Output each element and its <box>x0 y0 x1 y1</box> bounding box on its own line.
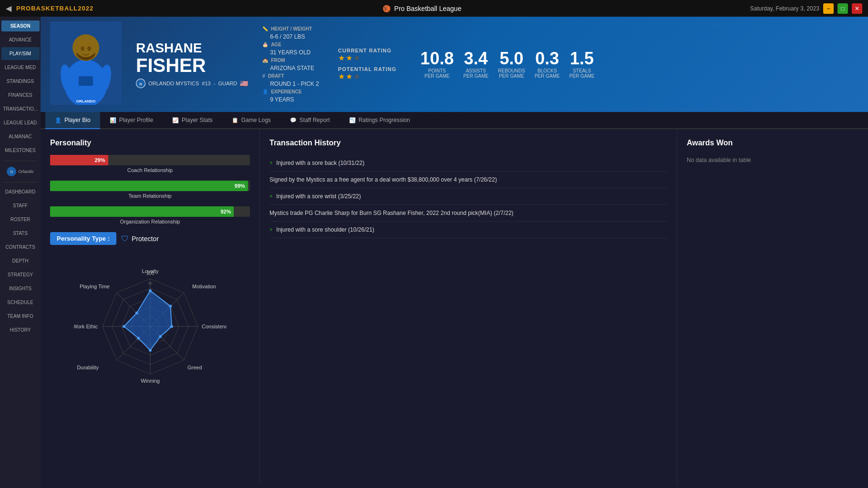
sidebar-label-roster: ROSTER <box>10 217 31 222</box>
potential-rating-stars: ★ ★ ★ <box>338 72 397 81</box>
sidebar-item-schedule[interactable]: SCHEDULE <box>1 296 40 309</box>
player-flag: 🇺🇸 <box>240 80 248 87</box>
height-weight-row: 📏 HEIGHT / WEIGHT <box>262 26 319 31</box>
sidebar-team-label: Orlando <box>18 169 33 174</box>
svg-text:Loyalty: Loyalty <box>142 268 158 274</box>
player-number: #13 <box>202 81 210 86</box>
personality-panel: Personality 29% Coach Relationship 99% T… <box>41 129 260 485</box>
main-content: ORLANDO RASHANE FISHER O ORLANDO MYSTICS… <box>41 17 868 488</box>
sidebar: SEASON ADVANCE PLAY/SIM LEAGUE MED STAND… <box>0 17 41 488</box>
season-button[interactable]: SEASON <box>1 20 40 31</box>
coach-relationship-section: 29% Coach Relationship <box>50 155 250 173</box>
player-first-name: RASHANE <box>136 41 248 56</box>
transaction-plus-4: + <box>269 226 273 233</box>
sidebar-item-milestones[interactable]: MILESTONES <box>1 144 40 157</box>
exp-value: 9 YEARS <box>270 96 294 103</box>
transaction-history-title: Transaction History <box>269 139 667 147</box>
svg-point-31 <box>170 325 173 328</box>
sidebar-item-insights[interactable]: INSIGHTS <box>1 282 40 295</box>
transaction-plus-2: + <box>269 193 273 200</box>
svg-point-33 <box>149 349 152 352</box>
close-button[interactable]: ✕ <box>852 3 862 14</box>
game-logs-icon: 📋 <box>232 117 238 123</box>
svg-text:Greed: Greed <box>187 365 202 370</box>
current-rating-label: CURRENT RATING <box>338 48 397 53</box>
tab-player-profile[interactable]: 📊 Player Profile <box>100 112 163 129</box>
sidebar-item-league-lead[interactable]: LEAGUE LEAD <box>1 116 40 129</box>
tab-game-logs[interactable]: 📋 Game Logs <box>222 112 280 129</box>
maximize-button[interactable]: □ <box>837 3 848 14</box>
app-title: Pro Basketball League <box>394 5 462 12</box>
svg-point-35 <box>123 325 125 328</box>
transaction-text-2: Injured with a sore wrist (3/25/22) <box>276 193 361 200</box>
sidebar-item-stats[interactable]: STATS <box>1 227 40 240</box>
staff-report-icon: 💬 <box>290 117 297 123</box>
tab-player-stats[interactable]: 📈 Player Stats <box>163 112 222 129</box>
sidebar-item-league-med[interactable]: LEAGUE MED <box>1 61 40 74</box>
tab-player-bio[interactable]: 👤 Player Bio <box>45 112 100 129</box>
sidebar-item-advance[interactable]: ADVANCE <box>1 33 40 46</box>
back-icon[interactable]: ◀ <box>6 4 11 13</box>
sidebar-item-playsim[interactable]: PLAY/SIM <box>1 47 40 60</box>
team-badge: O <box>136 79 145 88</box>
transaction-item-4[interactable]: + Injured with a sore shoulder (10/26/21… <box>269 222 667 238</box>
sidebar-item-depth[interactable]: DEPTH <box>1 254 40 267</box>
tab-player-stats-label: Player Stats <box>182 117 213 123</box>
tab-ratings-progression[interactable]: 📉 Ratings Progression <box>340 112 420 129</box>
transaction-item-1[interactable]: Signed by the Mystics as a free agent fo… <box>269 172 667 188</box>
sidebar-item-team-info[interactable]: TEAM INFO <box>1 310 40 323</box>
sidebar-item-history[interactable]: HISTORY <box>1 324 40 336</box>
svg-text:Durability: Durability <box>77 365 99 370</box>
sidebar-team[interactable]: O Orlando <box>5 164 35 179</box>
sidebar-label-advance: ADVANCE <box>9 37 32 42</box>
svg-point-29 <box>149 289 152 292</box>
transaction-item-2[interactable]: + Injured with a sore wrist (3/25/22) <box>269 188 667 205</box>
sidebar-item-dashboard[interactable]: DASHBOARD <box>1 185 40 198</box>
shield-icon: 🛡 <box>121 234 129 243</box>
sidebar-item-roster[interactable]: ROSTER <box>1 213 40 226</box>
assists-stat: 3.4 ASSISTSPER GAME <box>463 50 488 79</box>
sidebar-label-insights: INSIGHTS <box>9 286 31 291</box>
team-pct: 99% <box>235 183 245 189</box>
sidebar-item-standings[interactable]: STANDINGS <box>1 75 40 88</box>
transaction-history-panel: Transaction History + Injured with a sor… <box>260 129 677 485</box>
sidebar-item-almanac[interactable]: ALMANAC <box>1 130 40 143</box>
personality-type-text: Protector <box>132 235 159 243</box>
tab-player-profile-label: Player Profile <box>119 117 153 123</box>
age-value-row: 31 YEARS OLD <box>262 49 319 56</box>
current-rating-section: CURRENT RATING ★ ★ ★ <box>338 48 397 62</box>
transaction-item-0[interactable]: + Injured with a sore back (10/31/22) <box>269 155 667 172</box>
sidebar-item-finances[interactable]: FINANCES <box>1 89 40 102</box>
sidebar-label-league-lead: LEAGUE LEAD <box>4 120 37 125</box>
radar-chart-container: 100 80 60 <box>74 253 227 400</box>
draft-row: # DRAFT <box>262 73 319 79</box>
org-bar-fill: 92% <box>50 206 234 217</box>
tab-staff-report[interactable]: 💬 Staff Report <box>280 112 340 129</box>
personality-type-value: 🛡 Protector <box>121 234 159 243</box>
personality-type-row: Personality Type : 🛡 Protector <box>50 232 250 245</box>
points-value: 10.8 <box>420 50 454 67</box>
svg-text:ORLANDO: ORLANDO <box>76 99 95 103</box>
player-avatar: ORLANDO <box>50 21 126 107</box>
sidebar-item-staff[interactable]: STAFF <box>1 199 40 212</box>
tab-staff-report-label: Staff Report <box>300 117 330 123</box>
sidebar-item-transactions[interactable]: TRANSACTIO... <box>1 102 40 115</box>
transaction-item-3[interactable]: Mystics trade PG Charlie Sharp for Burn … <box>269 205 667 222</box>
draft-value-row: ROUND 1 - PICK 2 <box>262 81 319 87</box>
stat-numbers-block: 10.8 POINTSPER GAME 3.4 ASSISTSPER GAME … <box>420 50 594 79</box>
sidebar-item-contracts[interactable]: CONTRACTS <box>1 241 40 254</box>
sidebar-label-standings: STANDINGS <box>7 79 34 84</box>
sidebar-item-strategy[interactable]: STRATEGY <box>1 268 40 281</box>
pot-star-2: ★ <box>346 72 352 81</box>
assists-label: ASSISTSPER GAME <box>463 68 488 79</box>
pot-star-3: ★ <box>353 72 360 81</box>
experience-row: 👤 EXPERIENCE <box>262 89 319 94</box>
tab-game-logs-label: Game Logs <box>241 117 271 123</box>
svg-text:Work Ethic: Work Ethic <box>74 324 98 329</box>
minimize-button[interactable]: − <box>823 3 834 14</box>
sidebar-label-milestones: MILESTONES <box>5 148 35 153</box>
personality-type-button[interactable]: Personality Type : <box>50 232 116 245</box>
blocks-label: BLOCKSPER GAME <box>535 68 560 79</box>
draft-label: DRAFT <box>268 73 284 79</box>
ratings-block: CURRENT RATING ★ ★ ★ POTENTIAL RATING ★ … <box>338 48 397 81</box>
